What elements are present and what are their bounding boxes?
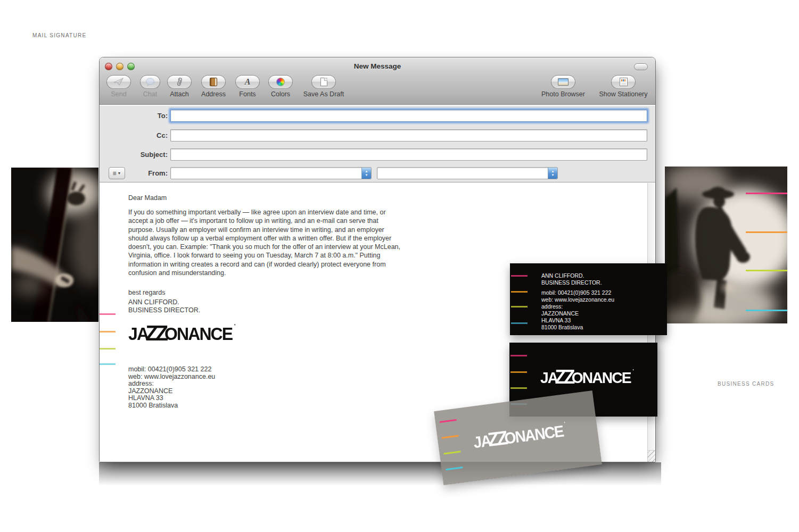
cc-label: Cc: bbox=[100, 129, 168, 142]
signature-contact-block: mobil: 00421(0)905 321 222 web: www.love… bbox=[128, 366, 215, 410]
card-address1: JAZZONANCE bbox=[541, 310, 614, 317]
paperclip-icon bbox=[176, 77, 183, 87]
show-stationery-label: Show Stationery bbox=[594, 90, 653, 98]
subject-label: Subject: bbox=[100, 148, 168, 161]
sender-name: ANN CLIFFORD. bbox=[128, 298, 179, 306]
jazzonance-logo: JAZZONANCE' bbox=[472, 419, 568, 453]
window-resize-handle[interactable] bbox=[647, 450, 655, 462]
photo-accent-line-pink bbox=[746, 193, 787, 194]
stepper-up-icon: ▲ bbox=[551, 170, 555, 173]
subject-input[interactable] bbox=[170, 148, 647, 161]
from-label: From: bbox=[100, 167, 168, 180]
cc-input[interactable] bbox=[170, 129, 647, 142]
saxophonist-photo-art bbox=[665, 167, 787, 323]
card-mobil: mobil: 00421(0)905 321 222 bbox=[541, 289, 614, 296]
logo-part-onance: ONANCE bbox=[572, 369, 631, 386]
signature-web: web: www.lovejazzonance.eu bbox=[128, 373, 215, 381]
draft-document-icon bbox=[320, 78, 327, 86]
smtp-select-stepper-icon[interactable]: ▲ ▼ bbox=[548, 168, 557, 179]
jazzonance-logo: JAZZONANCE' bbox=[128, 320, 235, 346]
card-title: BUSINESS DIRECTOR. bbox=[541, 279, 614, 286]
signature-accent-line-cyan bbox=[100, 363, 116, 365]
cc-row: Cc: bbox=[100, 129, 655, 142]
logo-trademark: ' bbox=[632, 368, 633, 373]
photo-icon bbox=[558, 78, 569, 86]
double-bass-photo-art bbox=[11, 168, 98, 322]
signature-accent-line-green bbox=[100, 348, 116, 350]
logo-part-onance: ONANCE bbox=[504, 422, 564, 447]
card-accent-line-teal bbox=[511, 322, 528, 324]
from-account-select[interactable]: ▲ ▼ bbox=[170, 167, 372, 179]
signature-address3: 81000 Bratislava bbox=[128, 402, 215, 410]
photo-browser-label: Photo Browser bbox=[534, 90, 592, 98]
card-accent-line-cyan bbox=[446, 467, 463, 470]
signature-address-label: address: bbox=[128, 380, 215, 388]
window-chrome: New Message Send Chat bbox=[100, 57, 655, 105]
logo-trademark: ' bbox=[234, 323, 235, 329]
card-accent-line-orange bbox=[510, 371, 527, 373]
from-select-stepper-icon[interactable]: ▲ ▼ bbox=[361, 168, 371, 179]
address-book-icon bbox=[210, 78, 217, 86]
double-bass-photo bbox=[11, 168, 98, 322]
card-accent-line-green bbox=[444, 451, 461, 454]
stepper-up-icon: ▲ bbox=[365, 170, 368, 173]
card-address3: 81000 Bratislava bbox=[541, 324, 614, 331]
presentation-canvas: MAIL SIGNATURE bbox=[0, 0, 799, 532]
card-address-label: address: bbox=[541, 303, 614, 310]
card-accent-line-pink bbox=[440, 419, 457, 423]
business-card-info: ANN CLIFFORD. BUSINESS DIRECTOR. mobil: … bbox=[510, 263, 667, 335]
toolbar-show-stationery[interactable]: Show Stationery bbox=[594, 75, 653, 98]
photo-accent-line-cyan bbox=[746, 310, 787, 311]
card-address2: HLAVNA 33 bbox=[541, 317, 614, 324]
sender-title: BUSINESS DIRECTOR. bbox=[128, 306, 200, 314]
subject-row: Subject: bbox=[100, 148, 655, 161]
smtp-server-select[interactable]: ▲ ▼ bbox=[377, 167, 558, 179]
stationery-icon bbox=[620, 78, 628, 86]
from-row: ≡ ▼ From: ▲ ▼ ▲ ▼ bbox=[100, 167, 655, 180]
card-accent-line-olive bbox=[511, 306, 528, 307]
show-stationery-button[interactable] bbox=[611, 75, 636, 89]
to-row: To: bbox=[100, 110, 655, 122]
card-name: ANN CLIFFORD. bbox=[541, 272, 614, 279]
save-as-draft-label: Save As Draft bbox=[294, 90, 353, 98]
card-accent-line-orange bbox=[442, 435, 459, 439]
signature-accent-line-orange bbox=[100, 331, 116, 332]
color-wheel-icon bbox=[276, 78, 285, 86]
saxophonist-photo bbox=[665, 167, 787, 323]
card-accent-line-olive bbox=[510, 387, 527, 389]
logo-part-zz: ZZ bbox=[555, 366, 573, 388]
font-letter-icon: A bbox=[245, 77, 251, 87]
card-accent-line-pink bbox=[510, 355, 527, 356]
signature-accent-line-pink bbox=[100, 313, 116, 315]
signature-mobil: mobil: 00421(0)905 321 222 bbox=[128, 366, 215, 373]
greeting-text: Dear Madam bbox=[128, 194, 167, 202]
card-accent-line-orange bbox=[511, 291, 528, 293]
logo-trademark: ' bbox=[564, 421, 566, 427]
photo-browser-button[interactable] bbox=[551, 75, 575, 89]
jazzonance-logo: JAZZONANCE' bbox=[540, 366, 634, 388]
message-header-fields: To: Cc: Subject: ≡ ▼ From: bbox=[100, 105, 655, 182]
photo-accent-line-green bbox=[746, 270, 787, 271]
signature-address2: HLAVNA 33 bbox=[128, 395, 215, 402]
mail-signature-label: MAIL SIGNATURE bbox=[32, 32, 87, 38]
card-contact-block: ANN CLIFFORD. BUSINESS DIRECTOR. mobil: … bbox=[541, 272, 614, 331]
colors-button[interactable] bbox=[268, 75, 293, 89]
stepper-down-icon: ▼ bbox=[365, 173, 368, 177]
save-as-draft-button[interactable] bbox=[311, 75, 336, 89]
logo-part-onance: ONANCE bbox=[164, 323, 232, 344]
toolbar-photo-browser[interactable]: Photo Browser bbox=[534, 75, 592, 98]
logo-part-zz: ZZ bbox=[145, 320, 165, 346]
toolbar-toggle-button[interactable] bbox=[634, 63, 648, 70]
signature-address1: JAZZONANCE bbox=[128, 388, 215, 395]
window-title: New Message bbox=[100, 62, 655, 70]
toolbar-save-as-draft[interactable]: Save As Draft bbox=[294, 75, 353, 98]
to-label: To: bbox=[100, 110, 168, 122]
body-paragraph: If you do something important verbally —… bbox=[128, 208, 403, 277]
card-accent-line-pink bbox=[511, 275, 528, 277]
stepper-down-icon: ▼ bbox=[551, 173, 555, 177]
closing-text: best regards bbox=[128, 288, 165, 297]
business-cards-label: BUSINESS CARDS bbox=[718, 381, 775, 387]
to-input[interactable] bbox=[170, 110, 647, 122]
photo-accent-line-orange bbox=[746, 231, 787, 233]
card-web: web: www.lovejazzonance.eu bbox=[541, 296, 614, 303]
